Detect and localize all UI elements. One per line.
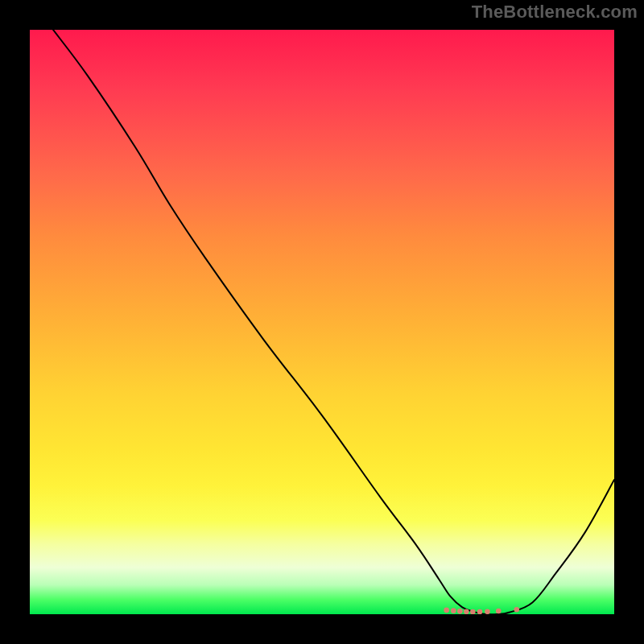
watermark-text: TheBottleneck.com — [472, 2, 638, 23]
plot-area — [30, 30, 614, 614]
chart-container: TheBottleneck.com — [0, 0, 644, 644]
